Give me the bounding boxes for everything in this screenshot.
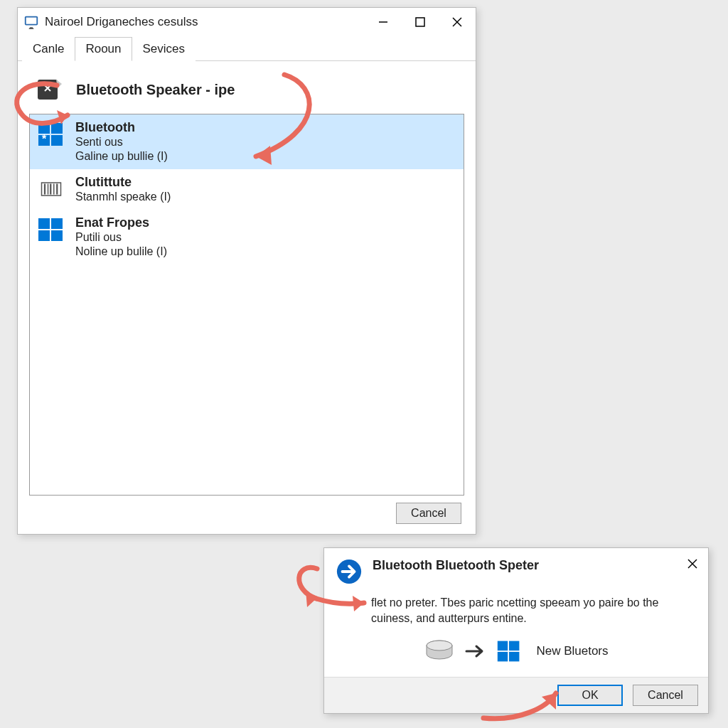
- tab-canle[interactable]: Canle: [22, 37, 75, 61]
- dialog-body-text: flet no preter. Tbes paric ncetting spee…: [324, 592, 708, 633]
- window-buttons: [365, 8, 476, 36]
- close-button[interactable]: [439, 8, 476, 36]
- services-list: * Bluetooth Senti ous Galine up bullie (…: [29, 114, 464, 496]
- svg-text:*: *: [42, 133, 47, 145]
- arrow-right-icon: [465, 644, 486, 658]
- svg-point-26: [427, 641, 452, 651]
- svg-rect-18: [38, 218, 50, 229]
- item-name: Bluetooth: [75, 120, 168, 135]
- list-item-text: Bluetooth Senti ous Galine up bullie (I): [75, 120, 168, 164]
- window-title: Nairoel Driganeches cesulss: [45, 15, 198, 29]
- svg-rect-7: [38, 123, 50, 134]
- tab-rooun[interactable]: Rooun: [75, 37, 132, 61]
- device-header: Bluetooth Speaker - ipe: [29, 71, 464, 114]
- svg-rect-28: [509, 641, 519, 651]
- dialog-visual: New Bluetors: [324, 633, 708, 677]
- list-item[interactable]: * Bluetooth Senti ous Galine up bullie (…: [30, 114, 464, 169]
- dialog-header: Bluetooth Bluetooth Speter: [324, 548, 708, 592]
- tab-body: Bluetooth Speaker - ipe * Bluetooth Sent…: [18, 61, 476, 534]
- svg-rect-3: [416, 18, 424, 26]
- dialog-cancel-button[interactable]: Cancel: [633, 685, 698, 706]
- svg-rect-27: [498, 641, 508, 651]
- svg-rect-30: [509, 652, 519, 662]
- app-icon: [23, 14, 39, 30]
- list-item-text: Enat Fropes Putili ous Noline up bulile …: [75, 215, 167, 259]
- svg-rect-21: [51, 230, 63, 241]
- svg-rect-1: [26, 18, 37, 24]
- titlebar: Nairoel Driganeches cesulss: [18, 8, 476, 36]
- cancel-button[interactable]: Cancel: [396, 503, 461, 524]
- svg-rect-19: [51, 218, 63, 229]
- dialog-close-button[interactable]: [687, 558, 698, 585]
- svg-rect-8: [51, 123, 63, 134]
- svg-rect-20: [38, 230, 50, 241]
- svg-rect-6: [38, 80, 58, 100]
- window-footer: Cancel: [29, 496, 464, 527]
- tab-strip: Canle Rooun Sevices: [18, 36, 476, 61]
- barcode-icon: [37, 175, 65, 203]
- properties-window: Nairoel Driganeches cesulss Canle Rooun …: [17, 7, 476, 535]
- disk-icon: [424, 638, 455, 664]
- windows-icon: [37, 215, 65, 244]
- windows-icon: *: [37, 120, 65, 149]
- item-line1: Senti ous: [75, 135, 168, 149]
- item-line1: Stanmhl speake (I): [75, 190, 171, 204]
- tab-sevices[interactable]: Sevices: [132, 37, 196, 61]
- device-icon: [35, 75, 63, 104]
- svg-marker-33: [306, 590, 316, 607]
- item-line1: Putili ous: [75, 230, 167, 245]
- list-item-text: Clutittute Stanmhl speake (I): [75, 175, 171, 204]
- item-line2: Noline up bulile (I): [75, 245, 167, 259]
- item-name: Enat Fropes: [75, 215, 167, 230]
- svg-rect-29: [498, 652, 508, 662]
- dialog-target-label: New Bluetors: [536, 644, 608, 658]
- minimize-button[interactable]: [365, 8, 402, 36]
- dialog-title: Bluetooth Bluetooth Speter: [373, 558, 539, 585]
- dialog-footer: OK Cancel: [324, 677, 708, 713]
- device-name: Bluetooth Speaker - ipe: [76, 82, 235, 98]
- item-name: Clutittute: [75, 175, 171, 190]
- list-item[interactable]: Clutittute Stanmhl speake (I): [30, 169, 464, 210]
- windows-icon: [496, 638, 522, 664]
- item-line2: Galine up bullie (I): [75, 149, 168, 164]
- confirmation-dialog: Bluetooth Bluetooth Speter flet no prete…: [323, 547, 709, 714]
- maximize-button[interactable]: [402, 8, 439, 36]
- arrow-circle-icon: [336, 558, 363, 585]
- svg-rect-10: [51, 135, 63, 146]
- list-item[interactable]: Enat Fropes Putili ous Noline up bulile …: [30, 210, 464, 264]
- ok-button[interactable]: OK: [557, 685, 623, 706]
